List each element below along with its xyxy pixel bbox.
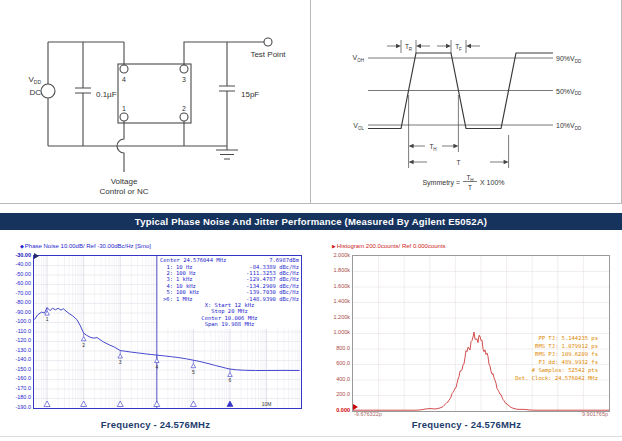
histogram-xmin-label: -9.676322p [354, 411, 382, 417]
symmetry-prefix: Symmetry = [422, 179, 460, 187]
y-tick-label: -190.0 [1, 404, 31, 410]
y-tick-label: 400.0 [318, 376, 350, 382]
dc-label: DC [29, 88, 41, 97]
vdd-label: VDD [28, 75, 41, 85]
y-tick-label: 1.200k [318, 314, 350, 320]
y-tick-label: -50.00 [1, 271, 31, 277]
reference-lines [368, 58, 553, 125]
bypass-cap-label: 0.1µF [96, 90, 117, 99]
phase-noise-marker-readout: Center 24.576044 MHz 7.6987dBm 1:10 Hz-8… [158, 256, 301, 329]
y-tick-label: -90.00 [1, 309, 31, 315]
axis-marker-icon [117, 401, 123, 407]
svg-text:4: 4 [155, 364, 158, 370]
circuit-wires [41, 38, 272, 172]
symmetry-denominator: T [468, 184, 472, 191]
phase-noise-plot-header: ◆Phase Noise 10.00dB/ Ref -30.00dBc/Hz [… [20, 243, 151, 249]
y-tick-label: 800.0 [318, 345, 350, 351]
svg-text:2: 2 [82, 342, 85, 348]
axis-marker-icon [227, 401, 233, 407]
tf-label: TF [455, 43, 462, 52]
control-label-line1: Voltage [111, 177, 138, 186]
bottom-divider [0, 436, 622, 437]
test-point-label: Test Point [250, 50, 286, 59]
y-tick-label: 1.800k [318, 267, 350, 273]
annotation-line: Det. Clock: 24.576042 MHz [468, 374, 598, 382]
axis-marker-icon [154, 401, 160, 407]
y-tick-label: -140.0 [1, 356, 31, 362]
histogram-xmax-label: 9.901765p [540, 411, 608, 417]
phase-noise-plot: 12345610M Center 24.576044 MHz 7.6987dBm… [33, 255, 302, 409]
marker-row: >6:1 MHz-148.9390 dBc/Hz [160, 296, 299, 302]
annotation-line: # Samples: 52542 pts [468, 366, 598, 374]
y-tick-label: 2.000k [318, 252, 350, 258]
y-tick-label: 1.600k [318, 283, 350, 289]
pin-4-label: 4 [122, 76, 126, 83]
annotation-line: RMS PJ: 109.6209 fs [468, 350, 598, 358]
histogram-xaxis-label: Frequency - 24.576MHz [311, 419, 622, 430]
annotation-line: RMS TJ: 1.079912 ps [468, 342, 598, 350]
voh-label: VOH [353, 54, 364, 63]
svg-text:10M: 10M [262, 401, 272, 407]
y-tick-label: -180.0 [1, 394, 31, 400]
datasheet-figure-page: VDD DC 0.1µF 15pF Test Point 4 3 1 2 Vol… [0, 0, 622, 441]
svg-text:3: 3 [119, 359, 122, 365]
y-tick-label: -120.0 [1, 337, 31, 343]
y-tick-label: -80.00 [1, 299, 31, 305]
y-tick-label: -100.0 [1, 318, 31, 324]
symmetry-suffix: X 100% [480, 179, 505, 186]
y-tick-label: -110.0 [1, 328, 31, 334]
jitter-measurement-readout: PP TJ: 5.144235 ps RMS TJ: 1.079912 ps R… [468, 334, 598, 382]
y-tick-label: -40.00 [1, 261, 31, 267]
histogram-plot-header: ▶Histogram 200.0counts/ Ref 0.000counts [332, 243, 446, 249]
pin-2-label: 2 [182, 105, 186, 112]
trace-marker-icon: ▶ [332, 243, 336, 249]
timing-waveform-panel: VOH VOL TR TF TH T 90%VDD 50%VDD 10%VDD … [311, 0, 622, 203]
axis-marker-icon [81, 401, 87, 407]
tr-label: TR [405, 43, 413, 52]
phase-noise-xaxis-label: Frequency - 24.576MHz [0, 419, 311, 430]
y-tick-label: 600.0 [318, 360, 350, 366]
ref-level-pointer-icon [34, 253, 39, 259]
annotation-line: PJ dd: 489.9932 fs [468, 358, 598, 366]
svg-text:5: 5 [192, 369, 195, 375]
y-tick-label: -160.0 [1, 375, 31, 381]
load-cap-label: 15pF [241, 90, 259, 99]
control-label-line2: Control or NC [100, 187, 149, 196]
measurement-lines [387, 40, 509, 182]
trace-marker-icon: ◆ [20, 243, 24, 249]
svg-text:6: 6 [229, 377, 232, 383]
zero-level-pointer-icon [353, 404, 358, 410]
th-label: TH [429, 143, 436, 152]
level-90-label: 90%VDD [556, 55, 582, 64]
y-tick-label: -60.00 [1, 280, 31, 286]
y-tick-label: -150.0 [1, 366, 31, 372]
y-tick-label: 1.000k [318, 329, 350, 335]
y-tick-label: -170.0 [1, 385, 31, 391]
annotation-line: PP TJ: 5.144235 ps [468, 334, 598, 342]
pin-1-label: 1 [122, 105, 126, 112]
x-readout-line: Span 19.988 MHz [160, 321, 299, 327]
axis-marker-icon [190, 401, 196, 407]
y-tick-label: 0.000 [318, 407, 350, 413]
t-label: T [457, 159, 461, 166]
y-tick-label: -30.00 [1, 252, 31, 258]
svg-text:1: 1 [46, 316, 49, 322]
level-10-label: 10%VDD [556, 122, 582, 131]
level-50-label: 50%VDD [556, 88, 582, 97]
y-tick-label: -130.0 [1, 347, 31, 353]
test-circuit-panel: VDD DC 0.1µF 15pF Test Point 4 3 1 2 Vol… [0, 0, 311, 203]
banner-title: Typical Phase Noise And Jitter Performan… [135, 216, 487, 227]
y-tick-label: 1.400k [318, 298, 350, 304]
y-tick-label: -70.00 [1, 290, 31, 296]
pin-3-label: 3 [182, 76, 186, 83]
axis-marker-icon [44, 401, 50, 407]
timing-waveform-diagram: VOH VOL TR TF TH T 90%VDD 50%VDD 10%VDD … [311, 0, 621, 203]
vol-label: VOL [353, 122, 364, 131]
top-section: VDD DC 0.1µF 15pF Test Point 4 3 1 2 Vol… [0, 0, 622, 204]
section-banner: Typical Phase Noise And Jitter Performan… [0, 213, 622, 230]
test-circuit-schematic: VDD DC 0.1µF 15pF Test Point 4 3 1 2 Vol… [0, 0, 310, 203]
y-tick-label: 200.0 [318, 391, 350, 397]
